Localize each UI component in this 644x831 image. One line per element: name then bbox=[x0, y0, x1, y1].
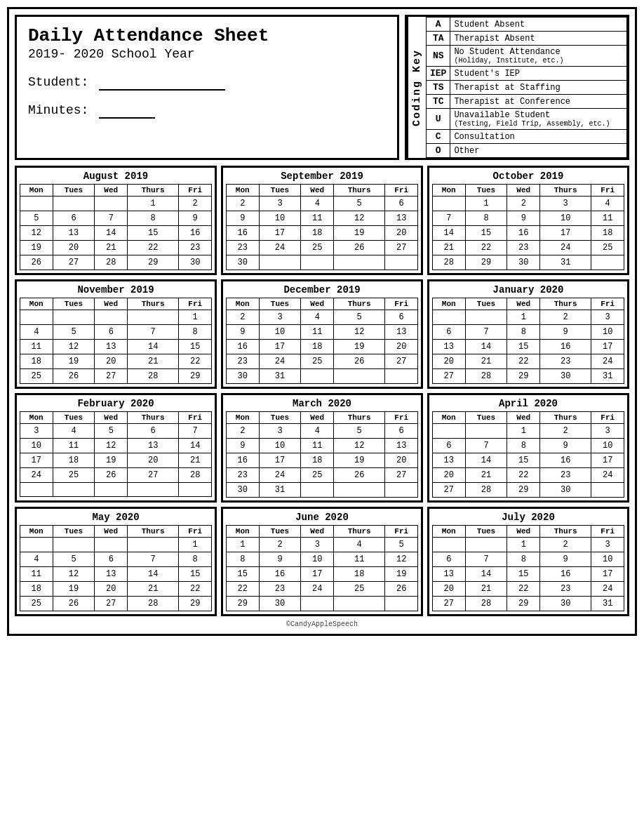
calendar-day-cell: 1 bbox=[507, 310, 540, 325]
calendar-day-cell bbox=[95, 310, 128, 325]
calendar-day-cell bbox=[385, 369, 418, 384]
calendar-day-cell: 21 bbox=[128, 354, 179, 369]
coding-key-description: Consultation bbox=[450, 130, 627, 144]
calendar-day-cell: 3 bbox=[20, 424, 53, 439]
coding-key-description: No Student Attendance(Holiday, Institute… bbox=[450, 46, 627, 67]
calendar-day-cell: 1 bbox=[128, 197, 179, 211]
calendar-day-header: Wed bbox=[507, 412, 540, 424]
calendar-day-cell: 26 bbox=[20, 255, 53, 270]
top-section: Daily Attendance Sheet 2019- 2020 School… bbox=[15, 15, 629, 160]
calendar-day-header: Tues bbox=[53, 526, 95, 538]
calendar-day-cell: 17 bbox=[259, 340, 301, 354]
calendar-day-header: Fri bbox=[385, 526, 418, 538]
calendar-day-cell: 5 bbox=[53, 325, 95, 340]
coding-key-description: Therapist Absent bbox=[450, 32, 627, 46]
calendar-day-header: Mon bbox=[433, 526, 466, 538]
calendar-day-cell bbox=[334, 483, 385, 498]
calendar-day-cell: 22 bbox=[465, 241, 507, 255]
calendar-day-cell: 13 bbox=[385, 211, 418, 226]
calendar-day-cell: 2 bbox=[179, 197, 212, 211]
calendar-block: January 2020MonTuesWedThursFri1236789101… bbox=[427, 279, 629, 389]
calendar-day-cell bbox=[301, 597, 334, 611]
calendar-day-cell: 24 bbox=[259, 468, 301, 483]
calendar-day-cell: 6 bbox=[95, 552, 128, 567]
calendar-day-cell: 6 bbox=[385, 310, 418, 325]
calendar-day-cell: 12 bbox=[53, 567, 95, 582]
calendar-day-cell bbox=[259, 255, 301, 270]
calendar-day-cell: 26 bbox=[53, 369, 95, 384]
calendar-day-cell bbox=[385, 597, 418, 611]
coding-key-code: NS bbox=[427, 46, 450, 67]
calendar-day-cell: 27 bbox=[95, 369, 128, 384]
calendar-day-cell bbox=[301, 369, 334, 384]
calendar-day-header: Tues bbox=[53, 298, 95, 310]
calendar-day-cell: 12 bbox=[385, 552, 418, 567]
calendar-day-cell: 23 bbox=[507, 241, 540, 255]
calendar-day-cell: 27 bbox=[385, 468, 418, 483]
calendar-day-header: Mon bbox=[227, 526, 260, 538]
coding-key-code: TS bbox=[427, 81, 450, 95]
calendar-day-cell bbox=[334, 597, 385, 611]
coding-key-code: A bbox=[427, 18, 450, 32]
calendar-day-header: Fri bbox=[385, 185, 418, 197]
calendar-day-cell: 18 bbox=[53, 453, 95, 468]
calendar-day-cell bbox=[53, 197, 95, 211]
calendar-day-cell: 2 bbox=[227, 197, 260, 211]
copyright: ©CandyAppleSpeech bbox=[15, 620, 629, 628]
calendar-day-cell: 3 bbox=[259, 197, 301, 211]
calendar-day-cell: 26 bbox=[334, 354, 385, 369]
calendar-day-cell: 8 bbox=[507, 439, 540, 453]
calendar-day-cell: 23 bbox=[227, 354, 260, 369]
calendar-day-header: Fri bbox=[591, 526, 624, 538]
calendar-day-header: Tues bbox=[259, 298, 301, 310]
calendar-day-cell: 17 bbox=[259, 226, 301, 241]
calendar-title: July 2020 bbox=[432, 512, 624, 523]
calendar-day-header: Thurs bbox=[128, 526, 179, 538]
calendar-day-header: Mon bbox=[20, 412, 53, 424]
calendar-day-cell: 15 bbox=[507, 567, 540, 582]
calendar-day-header: Wed bbox=[507, 185, 540, 197]
calendar-day-cell: 22 bbox=[507, 468, 540, 483]
calendar-day-cell bbox=[465, 424, 507, 439]
calendars-grid: August 2019MonTuesWedThursFri12567891213… bbox=[15, 166, 629, 616]
calendar-day-cell: 18 bbox=[334, 567, 385, 582]
calendar-day-header: Mon bbox=[20, 526, 53, 538]
calendar-day-cell bbox=[433, 538, 466, 552]
calendar-day-cell: 7 bbox=[433, 211, 466, 226]
minutes-field: Minutes: bbox=[28, 103, 386, 119]
calendar-day-cell: 15 bbox=[507, 453, 540, 468]
calendar-day-cell: 6 bbox=[433, 325, 466, 340]
calendar-day-cell: 19 bbox=[334, 226, 385, 241]
calendar-day-header: Fri bbox=[179, 526, 212, 538]
calendar-table: MonTuesWedThursFri1236789101314151617202… bbox=[432, 411, 624, 498]
calendar-day-cell: 14 bbox=[128, 567, 179, 582]
calendar-day-header: Tues bbox=[465, 526, 507, 538]
calendar-day-cell: 4 bbox=[591, 197, 624, 211]
calendar-day-cell: 30 bbox=[540, 483, 591, 498]
calendar-day-cell: 3 bbox=[540, 197, 591, 211]
calendar-day-cell: 25 bbox=[301, 468, 334, 483]
calendar-day-cell: 13 bbox=[433, 567, 466, 582]
calendar-day-cell: 23 bbox=[227, 241, 260, 255]
calendar-day-cell: 9 bbox=[540, 552, 591, 567]
calendar-day-cell: 12 bbox=[53, 340, 95, 354]
calendar-day-cell: 27 bbox=[433, 483, 466, 498]
calendar-day-cell: 1 bbox=[465, 197, 507, 211]
calendar-day-cell: 31 bbox=[540, 255, 591, 270]
calendar-day-cell: 10 bbox=[591, 439, 624, 453]
calendar-day-header: Tues bbox=[465, 185, 507, 197]
calendar-day-cell: 23 bbox=[540, 354, 591, 369]
calendar-day-cell: 31 bbox=[259, 483, 301, 498]
calendar-day-cell: 17 bbox=[591, 453, 624, 468]
calendar-day-cell bbox=[20, 310, 53, 325]
calendar-day-cell: 10 bbox=[20, 439, 53, 453]
calendar-day-cell: 28 bbox=[465, 369, 507, 384]
calendar-day-cell: 24 bbox=[259, 354, 301, 369]
calendar-day-cell: 29 bbox=[507, 369, 540, 384]
calendar-day-cell: 13 bbox=[385, 325, 418, 340]
calendar-day-cell: 10 bbox=[259, 439, 301, 453]
calendar-day-header: Thurs bbox=[540, 412, 591, 424]
calendar-day-cell: 10 bbox=[540, 211, 591, 226]
calendar-day-cell: 27 bbox=[53, 255, 95, 270]
calendar-day-cell: 3 bbox=[259, 310, 301, 325]
